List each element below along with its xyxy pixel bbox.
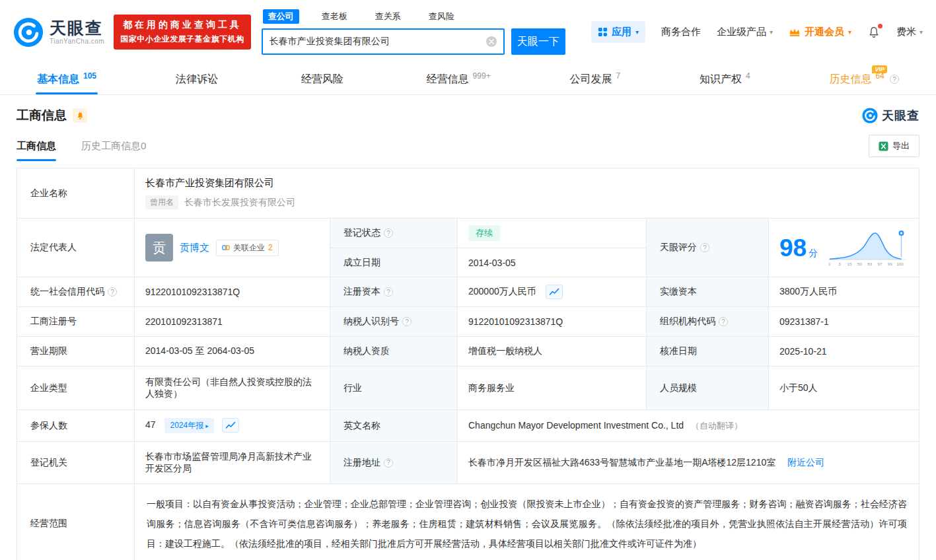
username-label: 费米 — [896, 26, 916, 38]
field-label-business-scope: 经营范围 — [17, 484, 135, 560]
field-value-company-type: 有限责任公司（非自然人投资或控股的法人独资） — [135, 367, 330, 410]
subscribe-bell-button[interactable] — [73, 108, 87, 123]
tianyancha-company-page: 天眼查 TianYanCha.com 都在用的商业查询工具 国家中小企业发展子基… — [0, 0, 936, 560]
field-value-establish-date: 2014-03-05 — [458, 248, 647, 277]
help-icon[interactable]: ? — [402, 317, 412, 326]
search-tab-company[interactable]: 查公司 — [263, 9, 299, 24]
table-row-reg-authority: 登记机关 长春市市场监督管理局净月高新技术产业开发区分局 注册地址? 长春市净月… — [17, 442, 919, 484]
search-tab-relation[interactable]: 查关系 — [370, 9, 406, 24]
enterprise-products-menu[interactable]: 企业级产品 ▾ — [717, 26, 773, 38]
clear-icon[interactable] — [486, 36, 497, 48]
field-label-legal-rep: 法定代表人 — [17, 219, 135, 277]
insured-count: 47 — [145, 419, 156, 430]
legal-rep-wrap: 贡 贡博文 关联企业 2 — [145, 234, 319, 262]
subtab-history-business-info[interactable]: 历史工商信息0 — [81, 140, 146, 161]
open-vip-menu[interactable]: 开通会员 ▾ — [789, 26, 851, 38]
business-cooperation-link[interactable]: 商务合作 — [661, 26, 701, 38]
field-value-business-term: 2014-03-05 至 2064-03-05 — [135, 337, 330, 367]
brand-logo[interactable]: 天眼查 TianYanCha.com — [13, 17, 104, 48]
tianyancha-logo-icon — [13, 17, 44, 48]
chevron-right-icon: ▸ — [205, 423, 209, 429]
help-icon[interactable]: ? — [108, 287, 117, 297]
nav-tab-intellectual-property[interactable]: 知识产权 4 — [700, 64, 750, 94]
field-value-company-name: 长春市产业投资集团有限公司 曾用名 长春市长发展投资有限公司 — [135, 168, 919, 219]
nav-tab-history-info[interactable]: VIP 历史信息 64 ? — [830, 64, 899, 94]
search-input[interactable] — [263, 30, 503, 53]
nav-tab-basic-info[interactable]: 基本信息 105 — [37, 64, 96, 94]
table-row-credit-code: 统一社会信用代码? 91220101092313871Q 注册资本? 20000… — [17, 277, 919, 307]
search-box — [262, 28, 505, 55]
notification-bell[interactable] — [867, 26, 881, 39]
help-icon[interactable]: ? — [890, 75, 899, 84]
field-label-org-code: 组织机构代码? — [647, 307, 769, 337]
nav-tab-label: 基本信息 — [37, 73, 79, 87]
chevron-down-icon: ▾ — [919, 28, 923, 36]
nav-tab-company-development[interactable]: 公司发展 7 — [570, 64, 621, 94]
related-companies-pill[interactable]: 关联企业 2 — [216, 240, 279, 256]
field-value-org-code: 09231387-1 — [769, 307, 919, 337]
field-value-staff-size: 小于50人 — [769, 367, 919, 410]
nav-tab-count: 105 — [83, 71, 96, 81]
subtab-business-info[interactable]: 工商信息 — [17, 140, 56, 161]
search-button[interactable]: 天眼一下 — [511, 28, 565, 55]
legal-rep-link[interactable]: 贡博文 — [180, 242, 209, 254]
annual-report-badge[interactable]: 2024年报▸ — [164, 418, 213, 433]
help-icon[interactable]: ? — [719, 317, 728, 326]
search-tab-boss[interactable]: 查老板 — [316, 9, 353, 24]
field-value-english-name: Changchun Mayor Development Investment C… — [458, 410, 919, 442]
field-label-staff-size: 人员规模 — [647, 367, 769, 410]
insured-trend-chart-icon[interactable] — [222, 418, 239, 433]
svg-text:100: 100 — [897, 262, 904, 266]
field-value-reg-address: 长春市净月开发区福祉大路4633号智慧城市产业基地一期A塔楼12层1210室 附… — [458, 442, 919, 484]
svg-text:83: 83 — [868, 262, 873, 266]
table-row-reg-number: 工商注册号 220101092313871 纳税人识别号? 9122010109… — [17, 307, 919, 337]
help-icon[interactable]: ? — [384, 458, 393, 468]
banner-line-1: 都在用的商业查询工具 — [120, 19, 244, 31]
score-unit: 分 — [809, 248, 818, 260]
chevron-down-icon: ▾ — [848, 28, 851, 36]
avatar[interactable]: 贡 — [145, 234, 173, 262]
field-label-approval-date: 核准日期 — [647, 337, 769, 367]
nav-tab-count: 999+ — [473, 71, 491, 81]
nav-tab-count: 7 — [616, 71, 621, 81]
user-menu[interactable]: 费米 ▾ — [896, 26, 923, 38]
nearby-companies-link[interactable]: 附近公司 — [787, 457, 824, 468]
search-row: 天眼一下 — [262, 28, 565, 55]
field-value-score: 98 分 1 3 15 50 83 — [769, 219, 919, 277]
help-icon[interactable]: ? — [700, 243, 709, 252]
former-name: 长春市长发展投资有限公司 — [184, 197, 295, 209]
score-number-line: 98 分 — [779, 236, 818, 260]
capital-trend-chart-icon[interactable] — [546, 285, 563, 299]
field-label-business-term: 营业期限 — [17, 337, 135, 367]
nav-tab-operation-risk[interactable]: 经营风险 — [301, 64, 347, 94]
score-distribution-chart: 1 3 15 50 83 97 99 100 — [827, 227, 908, 268]
subtabs-row: 工商信息 历史工商信息0 导出 — [0, 124, 936, 161]
nav-tab-label: 历史信息 — [830, 73, 872, 87]
nav-tab-label: 公司发展 — [570, 73, 612, 87]
nav-tab-label: 知识产权 — [700, 73, 742, 87]
chevron-down-icon: ▾ — [770, 28, 773, 36]
help-icon[interactable]: ? — [384, 228, 393, 238]
reg-address: 长春市净月开发区福祉大路4633号智慧城市产业基地一期A塔楼12层1210室 — [468, 457, 775, 468]
logo-brand-text: 天眼查 — [50, 19, 104, 38]
help-icon[interactable]: ? — [384, 287, 393, 297]
search-tab-risk[interactable]: 查风险 — [423, 9, 460, 24]
svg-text:97: 97 — [878, 262, 882, 266]
vip-label: 开通会员 — [805, 26, 844, 38]
crown-icon — [789, 28, 801, 37]
field-value-industry: 商务服务业 — [458, 367, 647, 410]
field-value-approval-date: 2025-10-21 — [769, 337, 919, 367]
apps-menu[interactable]: 应用 ▾ — [591, 21, 645, 43]
watermark-brand-text: 天眼查 — [882, 108, 919, 123]
auto-translate-note: （自动翻译） — [691, 421, 742, 431]
nav-tab-operation-info[interactable]: 经营信息 999+ — [427, 64, 491, 94]
promo-banner: 都在用的商业查询工具 国家中小企业发展子基金旗下机构 — [114, 15, 251, 50]
export-button[interactable]: 导出 — [869, 135, 919, 157]
field-label-company-name: 企业名称 — [17, 168, 135, 219]
svg-text:1: 1 — [828, 262, 831, 266]
table-row-insured: 参保人数 47 2024年报▸ 英文名称 Changchun Mayor Dev… — [17, 410, 919, 442]
field-label-english-name: 英文名称 — [330, 410, 458, 442]
field-value-paid-capital: 3800万人民币 — [769, 277, 919, 307]
table-row-business-term: 营业期限 2014-03-05 至 2064-03-05 纳税人资质 增值税一般… — [17, 337, 919, 367]
nav-tab-legal[interactable]: 法律诉讼 — [176, 64, 222, 94]
